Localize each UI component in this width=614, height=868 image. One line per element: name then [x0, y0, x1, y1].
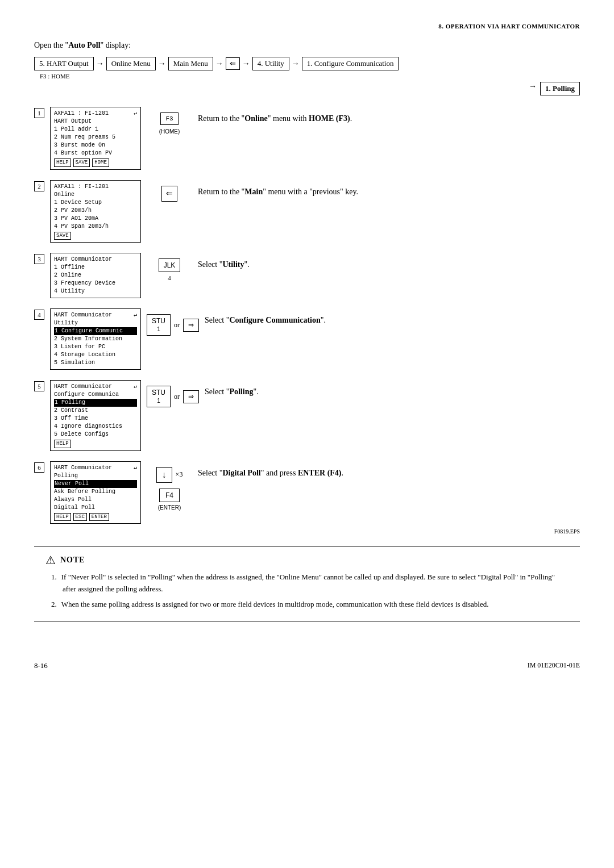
page-number: 8-16 [34, 661, 48, 670]
screen-1-btn-home: HOME [92, 158, 109, 167]
step-5: 5 HART Communicator ↵ Configure Communic… [34, 380, 580, 451]
down-arrow-key[interactable]: ↓ [156, 467, 172, 483]
arrow-3: → [215, 59, 223, 68]
screen-2-line4: 3 PV AO1 20mA [54, 215, 137, 223]
step-num-5: 5 [34, 381, 44, 391]
flow-utility: 4. Utility [252, 57, 289, 70]
screen-3-line1: 1 Offline [54, 264, 137, 272]
stu-key-4[interactable]: STU1 [147, 314, 171, 336]
step-5-key: STU1 or ⇒ [147, 380, 199, 407]
step-num-3: 3 [34, 254, 44, 264]
polling-result-label: 1. Polling [540, 82, 580, 95]
screen-4-line4: 4 Storage Location [54, 351, 137, 359]
enter-key-4[interactable]: ⇒ [183, 319, 199, 332]
screen-4-line2: 2 System Information [54, 335, 137, 343]
flow-configure-comm: 1. Configure Communication [302, 57, 399, 70]
screen-4-back: ↵ [134, 311, 137, 319]
enter-label: (ENTER) [158, 504, 181, 511]
screen-2-line2: 1 Device Setup [54, 199, 137, 207]
intro-text: Open the "Auto Poll" display: [34, 41, 580, 50]
step-3-key: JLK 4 [147, 253, 192, 281]
screen-4: HART Communicator ↵ Utility 1 Configure … [50, 308, 141, 370]
note-list: 1.If "Never Poll" is selected in "Pollin… [45, 571, 569, 610]
flow-diagram: 5. HART Output → Online Menu → Main Menu… [34, 57, 580, 70]
screen-5-line4: 4 Ignore diagnostics [54, 423, 137, 431]
step-6-desc: Select "Digital Poll" and press ENTER (F… [198, 461, 580, 479]
screen-6-btn-esc: ESC [73, 513, 87, 521]
screen-6-line4: Digital Poll [54, 504, 137, 512]
screen-4-title: HART Communicator [54, 311, 112, 319]
screen-5-line0: Configure Communica [54, 391, 137, 399]
screen-6-btn-enter: ENTER [89, 513, 109, 521]
enter-key-5[interactable]: ⇒ [183, 390, 199, 403]
screen-3-title: HART Communicator [54, 256, 137, 264]
screen-2-title: AXFA11 : FI-1201 [54, 183, 137, 191]
screen-1-line3: 2 Num req preams 5 [54, 133, 137, 141]
arrow-5: → [292, 59, 300, 68]
screen-5: HART Communicator ↵ Configure Communica … [50, 380, 141, 451]
arrow-final: → [529, 82, 537, 95]
screen-1-line2: 1 Poll addr 1 [54, 126, 137, 133]
section-header: 8. OPERATION VIA HART COMMUNICATOR [34, 23, 580, 30]
step-num-4: 4 [34, 310, 44, 320]
screen-1-btn-help: HELP [54, 158, 71, 167]
screen-2-line5: 4 PV Span 20m3/h [54, 223, 137, 231]
screen-4-line3: 3 Listen for PC [54, 343, 137, 351]
screen-2-line3: 2 PV 20m3/h [54, 207, 137, 215]
step-2-key: ⇐ [147, 180, 192, 202]
note-section: ⚠ NOTE 1.If "Never Poll" is selected in … [34, 546, 580, 621]
screen-1-line5: 4 Burst option PV [54, 149, 137, 157]
step-6-key: ↓ ×3 F4 (ENTER) [147, 461, 192, 511]
step-3-desc: Select "Utility". [198, 253, 580, 270]
arrow-2: → [158, 59, 166, 68]
note-header: ⚠ NOTE [45, 553, 569, 567]
screen-3-line4: 4 Utility [54, 287, 137, 295]
screen-2: AXFA11 : FI-1201 Online 1 Device Setup 2… [50, 180, 141, 243]
flow-online-menu: Online Menu [106, 57, 156, 70]
im-reference: IM 01E20C01-01E [528, 661, 580, 670]
note-title: NOTE [60, 556, 85, 565]
eps-label: F0819.EPS [34, 528, 580, 535]
step-3: 3 HART Communicator 1 Offline 2 Online 3… [34, 253, 580, 298]
note-item-2: 2.When the same polling address is assig… [51, 599, 569, 611]
f3-sublabel: (HOME) [159, 128, 180, 135]
or-text-5: or [174, 393, 180, 401]
jlk-key[interactable]: JLK [159, 258, 181, 272]
screen-6-back: ↵ [134, 464, 137, 472]
screen-4-highlight: 1 Configure Communic [54, 327, 137, 335]
screen-6: HART Communicator ↵ Polling Never Poll A… [50, 461, 141, 524]
screen-6-line0: Polling [54, 472, 137, 480]
step-4: 4 HART Communicator ↵ Utility 1 Configur… [34, 308, 580, 370]
jlk-num: 4 [168, 274, 171, 281]
screen-6-line2: Ask Before Polling [54, 488, 137, 496]
screen-5-title: HART Communicator [54, 383, 112, 391]
screen-4-line0: Utility [54, 319, 137, 327]
times-3: ×3 [176, 470, 183, 479]
step-1-key: F3 (HOME) [147, 107, 192, 135]
flow-prev-key: ⇐ [226, 57, 240, 70]
prev-key[interactable]: ⇐ [161, 186, 177, 202]
screen-6-btn-help: HELP [54, 513, 71, 521]
screen-1-title: AXFA11 : FI-1201 [54, 110, 109, 118]
arrow-1: → [96, 59, 104, 68]
step-num-1: 1 [34, 108, 44, 118]
screen-5-highlight: 1 Polling [54, 399, 137, 407]
screen-1-back: ↵ [134, 110, 137, 118]
screen-5-back: ↵ [134, 383, 137, 391]
screen-3-line3: 3 Frequency Device [54, 279, 137, 287]
step-5-desc: Select "Polling". [205, 380, 580, 398]
stu-key-5[interactable]: STU1 [147, 386, 171, 407]
step-2: 2 AXFA11 : FI-1201 Online 1 Device Setup… [34, 180, 580, 243]
screen-1-btn-save: SAVE [73, 158, 90, 167]
screen-5-line5: 5 Delete Configs [54, 431, 137, 439]
screen-5-line3: 3 Off Time [54, 415, 137, 423]
flow-hart-output: 5. HART Output [34, 57, 94, 70]
note-item-1: 1.If "Never Poll" is selected in "Pollin… [51, 571, 569, 595]
step-1-desc: Return to the "Online" menu with HOME (F… [198, 107, 580, 124]
f4-key[interactable]: F4 [159, 489, 180, 502]
screen-3-line2: 2 Online [54, 272, 137, 279]
f3-key[interactable]: F3 [160, 112, 178, 125]
screen-5-btn-help: HELP [54, 440, 71, 448]
screen-2-btn-save: SAVE [54, 232, 71, 240]
screen-4-line5: 5 Simulation [54, 359, 137, 367]
